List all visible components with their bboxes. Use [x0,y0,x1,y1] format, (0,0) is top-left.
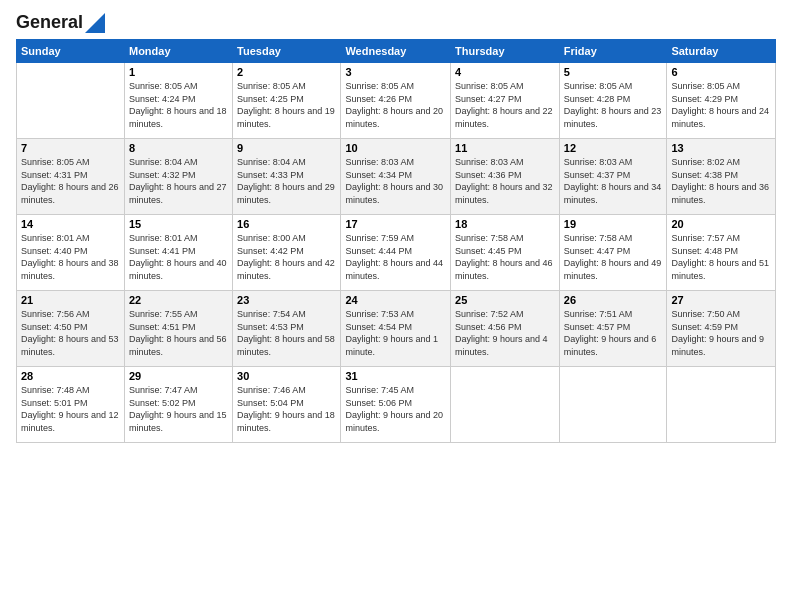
day-info: Sunrise: 7:58 AMSunset: 4:47 PMDaylight:… [564,232,663,282]
day-number: 5 [564,66,663,78]
calendar-cell: 13Sunrise: 8:02 AMSunset: 4:38 PMDayligh… [667,139,776,215]
day-number: 1 [129,66,228,78]
calendar-cell: 29Sunrise: 7:47 AMSunset: 5:02 PMDayligh… [124,367,232,443]
calendar-cell: 31Sunrise: 7:45 AMSunset: 5:06 PMDayligh… [341,367,451,443]
day-info: Sunrise: 8:04 AMSunset: 4:32 PMDaylight:… [129,156,228,206]
day-info: Sunrise: 8:05 AMSunset: 4:28 PMDaylight:… [564,80,663,130]
day-info: Sunrise: 8:05 AMSunset: 4:24 PMDaylight:… [129,80,228,130]
day-number: 9 [237,142,336,154]
day-info: Sunrise: 8:03 AMSunset: 4:34 PMDaylight:… [345,156,446,206]
day-number: 2 [237,66,336,78]
day-number: 30 [237,370,336,382]
day-number: 18 [455,218,555,230]
day-info: Sunrise: 7:57 AMSunset: 4:48 PMDaylight:… [671,232,771,282]
day-info: Sunrise: 8:02 AMSunset: 4:38 PMDaylight:… [671,156,771,206]
calendar-cell: 30Sunrise: 7:46 AMSunset: 5:04 PMDayligh… [233,367,341,443]
weekday-header-monday: Monday [124,40,232,63]
day-number: 14 [21,218,120,230]
calendar-cell: 15Sunrise: 8:01 AMSunset: 4:41 PMDayligh… [124,215,232,291]
calendar-cell: 21Sunrise: 7:56 AMSunset: 4:50 PMDayligh… [17,291,125,367]
logo-icon [85,13,105,33]
weekday-header-tuesday: Tuesday [233,40,341,63]
calendar-table: SundayMondayTuesdayWednesdayThursdayFrid… [16,39,776,443]
calendar-cell: 10Sunrise: 8:03 AMSunset: 4:34 PMDayligh… [341,139,451,215]
day-info: Sunrise: 7:51 AMSunset: 4:57 PMDaylight:… [564,308,663,358]
day-number: 7 [21,142,120,154]
calendar-cell: 2Sunrise: 8:05 AMSunset: 4:25 PMDaylight… [233,63,341,139]
day-info: Sunrise: 8:03 AMSunset: 4:36 PMDaylight:… [455,156,555,206]
day-number: 31 [345,370,446,382]
day-info: Sunrise: 7:56 AMSunset: 4:50 PMDaylight:… [21,308,120,358]
day-number: 26 [564,294,663,306]
calendar-cell: 19Sunrise: 7:58 AMSunset: 4:47 PMDayligh… [559,215,667,291]
calendar-cell: 6Sunrise: 8:05 AMSunset: 4:29 PMDaylight… [667,63,776,139]
calendar-cell [667,367,776,443]
calendar-cell: 20Sunrise: 7:57 AMSunset: 4:48 PMDayligh… [667,215,776,291]
calendar-cell [451,367,560,443]
day-info: Sunrise: 7:45 AMSunset: 5:06 PMDaylight:… [345,384,446,434]
day-info: Sunrise: 8:04 AMSunset: 4:33 PMDaylight:… [237,156,336,206]
day-number: 24 [345,294,446,306]
calendar-cell: 23Sunrise: 7:54 AMSunset: 4:53 PMDayligh… [233,291,341,367]
day-info: Sunrise: 7:52 AMSunset: 4:56 PMDaylight:… [455,308,555,358]
calendar-cell: 16Sunrise: 8:00 AMSunset: 4:42 PMDayligh… [233,215,341,291]
calendar-cell: 28Sunrise: 7:48 AMSunset: 5:01 PMDayligh… [17,367,125,443]
day-info: Sunrise: 8:03 AMSunset: 4:37 PMDaylight:… [564,156,663,206]
calendar-cell: 1Sunrise: 8:05 AMSunset: 4:24 PMDaylight… [124,63,232,139]
calendar-cell: 17Sunrise: 7:59 AMSunset: 4:44 PMDayligh… [341,215,451,291]
calendar-cell [17,63,125,139]
day-info: Sunrise: 7:58 AMSunset: 4:45 PMDaylight:… [455,232,555,282]
calendar-cell: 18Sunrise: 7:58 AMSunset: 4:45 PMDayligh… [451,215,560,291]
logo-text-general: General [16,12,83,33]
calendar-cell: 24Sunrise: 7:53 AMSunset: 4:54 PMDayligh… [341,291,451,367]
weekday-header-thursday: Thursday [451,40,560,63]
weekday-header-wednesday: Wednesday [341,40,451,63]
calendar-cell: 8Sunrise: 8:04 AMSunset: 4:32 PMDaylight… [124,139,232,215]
calendar-cell: 22Sunrise: 7:55 AMSunset: 4:51 PMDayligh… [124,291,232,367]
day-number: 20 [671,218,771,230]
day-info: Sunrise: 7:46 AMSunset: 5:04 PMDaylight:… [237,384,336,434]
calendar-cell: 27Sunrise: 7:50 AMSunset: 4:59 PMDayligh… [667,291,776,367]
day-info: Sunrise: 8:00 AMSunset: 4:42 PMDaylight:… [237,232,336,282]
day-number: 12 [564,142,663,154]
calendar-cell: 9Sunrise: 8:04 AMSunset: 4:33 PMDaylight… [233,139,341,215]
day-info: Sunrise: 7:48 AMSunset: 5:01 PMDaylight:… [21,384,120,434]
day-number: 15 [129,218,228,230]
weekday-header-saturday: Saturday [667,40,776,63]
day-info: Sunrise: 7:50 AMSunset: 4:59 PMDaylight:… [671,308,771,358]
day-number: 21 [21,294,120,306]
day-number: 17 [345,218,446,230]
calendar-cell: 26Sunrise: 7:51 AMSunset: 4:57 PMDayligh… [559,291,667,367]
day-number: 10 [345,142,446,154]
calendar-cell: 3Sunrise: 8:05 AMSunset: 4:26 PMDaylight… [341,63,451,139]
day-info: Sunrise: 7:53 AMSunset: 4:54 PMDaylight:… [345,308,446,358]
day-info: Sunrise: 7:54 AMSunset: 4:53 PMDaylight:… [237,308,336,358]
calendar-page: General SundayMondayTuesdayWednesdayThur… [0,0,792,612]
calendar-cell [559,367,667,443]
day-info: Sunrise: 7:55 AMSunset: 4:51 PMDaylight:… [129,308,228,358]
day-number: 4 [455,66,555,78]
day-info: Sunrise: 7:47 AMSunset: 5:02 PMDaylight:… [129,384,228,434]
day-number: 8 [129,142,228,154]
day-number: 23 [237,294,336,306]
day-info: Sunrise: 8:05 AMSunset: 4:31 PMDaylight:… [21,156,120,206]
calendar-cell: 5Sunrise: 8:05 AMSunset: 4:28 PMDaylight… [559,63,667,139]
day-number: 25 [455,294,555,306]
day-number: 6 [671,66,771,78]
calendar-cell: 14Sunrise: 8:01 AMSunset: 4:40 PMDayligh… [17,215,125,291]
weekday-header-friday: Friday [559,40,667,63]
day-number: 29 [129,370,228,382]
day-number: 13 [671,142,771,154]
day-number: 28 [21,370,120,382]
day-info: Sunrise: 8:01 AMSunset: 4:41 PMDaylight:… [129,232,228,282]
day-info: Sunrise: 8:05 AMSunset: 4:27 PMDaylight:… [455,80,555,130]
day-number: 16 [237,218,336,230]
day-number: 11 [455,142,555,154]
calendar-cell: 11Sunrise: 8:03 AMSunset: 4:36 PMDayligh… [451,139,560,215]
day-info: Sunrise: 8:05 AMSunset: 4:29 PMDaylight:… [671,80,771,130]
logo: General [16,12,105,29]
calendar-cell: 4Sunrise: 8:05 AMSunset: 4:27 PMDaylight… [451,63,560,139]
calendar-cell: 7Sunrise: 8:05 AMSunset: 4:31 PMDaylight… [17,139,125,215]
svg-marker-0 [85,13,105,33]
day-number: 19 [564,218,663,230]
